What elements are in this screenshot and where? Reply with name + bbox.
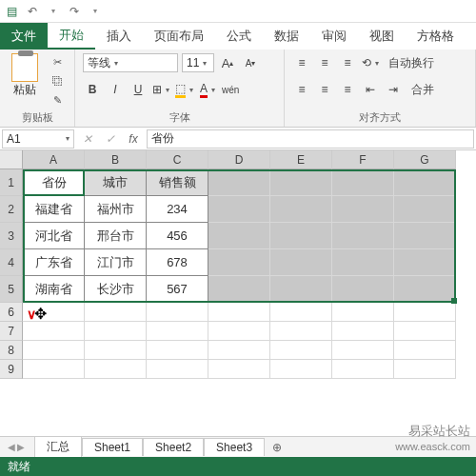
cut-icon[interactable]: ✂ bbox=[48, 53, 67, 70]
sheet-next-icon[interactable]: ▶ bbox=[17, 442, 25, 452]
cell[interactable] bbox=[394, 360, 456, 379]
paste-button[interactable]: 粘贴 bbox=[8, 53, 42, 98]
name-box[interactable]: A1 ▾ bbox=[2, 129, 74, 149]
cell[interactable] bbox=[270, 276, 332, 303]
cell[interactable] bbox=[208, 303, 270, 322]
cell[interactable]: 城市 bbox=[85, 169, 147, 196]
cell[interactable] bbox=[332, 196, 394, 223]
tab-formulas[interactable]: 公式 bbox=[215, 23, 263, 50]
cell[interactable] bbox=[208, 341, 270, 360]
cell[interactable] bbox=[394, 276, 456, 303]
row-header[interactable]: 4 bbox=[0, 249, 23, 276]
cell[interactable] bbox=[270, 303, 332, 322]
cell[interactable] bbox=[332, 249, 394, 276]
cell[interactable]: 567 bbox=[147, 276, 208, 303]
cell[interactable] bbox=[270, 322, 332, 341]
tab-file[interactable]: 文件 bbox=[0, 23, 48, 50]
qat-customize-icon[interactable]: ▾ bbox=[88, 4, 103, 19]
cell[interactable] bbox=[332, 322, 394, 341]
cell[interactable] bbox=[85, 360, 147, 379]
cell[interactable] bbox=[270, 360, 332, 379]
font-name-select[interactable]: 等线▾ bbox=[83, 53, 178, 72]
italic-button[interactable]: I bbox=[106, 80, 125, 99]
cell[interactable] bbox=[394, 303, 456, 322]
cell[interactable]: 234 bbox=[147, 196, 208, 223]
sheet-tab[interactable]: Sheet2 bbox=[143, 438, 204, 456]
cell[interactable] bbox=[332, 303, 394, 322]
align-top-icon[interactable]: ≡ bbox=[292, 53, 311, 72]
spreadsheet-grid[interactable]: A B C D E F G 1 省份 城市 销售额 2 福建省 福州市 234 … bbox=[0, 150, 476, 379]
col-header[interactable]: E bbox=[270, 150, 332, 169]
fill-color-button[interactable]: ⬚▾ bbox=[174, 80, 194, 99]
format-painter-icon[interactable]: ✎ bbox=[48, 91, 67, 109]
align-center-icon[interactable]: ≡ bbox=[315, 80, 334, 99]
cell[interactable] bbox=[147, 322, 208, 341]
cell[interactable]: 省份 bbox=[23, 169, 85, 196]
cell[interactable] bbox=[85, 303, 147, 322]
copy-icon[interactable]: ⿻ bbox=[48, 72, 67, 89]
cell[interactable]: 长沙市 bbox=[85, 276, 147, 303]
save-icon[interactable]: ▤ bbox=[4, 4, 19, 19]
cancel-icon[interactable]: ✕ bbox=[76, 132, 99, 146]
cell[interactable] bbox=[270, 249, 332, 276]
formula-input[interactable]: 省份 bbox=[147, 129, 474, 149]
tab-pagelayout[interactable]: 页面布局 bbox=[143, 23, 215, 50]
tab-squaregrid[interactable]: 方格格 bbox=[406, 23, 466, 50]
bold-button[interactable]: B bbox=[83, 80, 102, 99]
align-bottom-icon[interactable]: ≡ bbox=[338, 53, 357, 72]
align-middle-icon[interactable]: ≡ bbox=[315, 53, 334, 72]
cell[interactable] bbox=[23, 360, 85, 379]
tab-view[interactable]: 视图 bbox=[358, 23, 406, 50]
col-header[interactable]: G bbox=[394, 150, 456, 169]
cell[interactable] bbox=[208, 223, 270, 249]
cell[interactable] bbox=[394, 169, 456, 196]
underline-button[interactable]: U bbox=[129, 80, 148, 99]
cell[interactable] bbox=[147, 341, 208, 360]
cell[interactable]: 河北省 bbox=[23, 223, 85, 249]
tab-home[interactable]: 开始 bbox=[48, 23, 95, 50]
merge-button[interactable]: 合并 bbox=[407, 80, 439, 99]
cell[interactable]: 湖南省 bbox=[23, 276, 85, 303]
row-header[interactable]: 7 bbox=[0, 322, 23, 341]
cell[interactable] bbox=[270, 196, 332, 223]
cell[interactable]: 福建省 bbox=[23, 196, 85, 223]
wrap-text-button[interactable]: 自动换行 bbox=[384, 53, 439, 72]
tab-review[interactable]: 审阅 bbox=[310, 23, 358, 50]
increase-indent-icon[interactable]: ⇥ bbox=[384, 80, 403, 99]
cell[interactable]: 456 bbox=[147, 223, 208, 249]
cell[interactable] bbox=[270, 341, 332, 360]
cell[interactable] bbox=[332, 169, 394, 196]
cell[interactable]: 福州市 bbox=[85, 196, 147, 223]
cell[interactable] bbox=[147, 360, 208, 379]
cell[interactable] bbox=[23, 322, 85, 341]
row-header[interactable]: 3 bbox=[0, 223, 23, 249]
undo-dropdown-icon[interactable]: ▾ bbox=[46, 4, 61, 19]
font-color-button[interactable]: A▾ bbox=[198, 80, 217, 99]
cell[interactable] bbox=[270, 169, 332, 196]
cell[interactable] bbox=[85, 341, 147, 360]
sheet-tab[interactable]: Sheet1 bbox=[82, 438, 143, 456]
cell[interactable] bbox=[85, 322, 147, 341]
fx-button[interactable]: fx bbox=[122, 132, 145, 146]
cell[interactable] bbox=[270, 223, 332, 249]
row-header[interactable]: 2 bbox=[0, 196, 23, 223]
cell[interactable] bbox=[332, 276, 394, 303]
phonetic-button[interactable]: wén bbox=[221, 80, 240, 99]
cell[interactable] bbox=[332, 341, 394, 360]
col-header[interactable]: F bbox=[332, 150, 394, 169]
cell[interactable] bbox=[208, 360, 270, 379]
redo-icon[interactable]: ↷ bbox=[67, 4, 82, 19]
undo-icon[interactable]: ↶ bbox=[25, 4, 40, 19]
select-all-corner[interactable] bbox=[0, 150, 23, 169]
decrease-indent-icon[interactable]: ⇤ bbox=[361, 80, 380, 99]
sheet-tab[interactable]: Sheet3 bbox=[204, 438, 265, 456]
shrink-font-button[interactable]: A▾ bbox=[241, 53, 260, 72]
tab-data[interactable]: 数据 bbox=[263, 23, 310, 50]
cell[interactable] bbox=[208, 169, 270, 196]
cell[interactable] bbox=[332, 360, 394, 379]
enter-icon[interactable]: ✓ bbox=[99, 132, 122, 146]
cell[interactable] bbox=[394, 249, 456, 276]
col-header[interactable]: D bbox=[208, 150, 270, 169]
cell[interactable] bbox=[147, 303, 208, 322]
col-header[interactable]: A bbox=[23, 150, 85, 169]
